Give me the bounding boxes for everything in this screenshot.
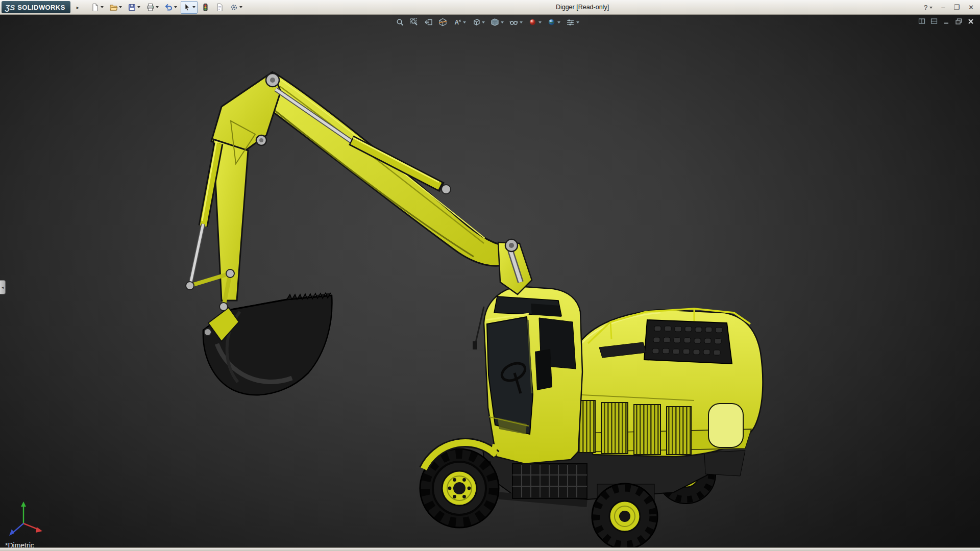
- print-icon: [146, 3, 155, 12]
- window-controls: ? – ❐ ✕: [924, 0, 974, 15]
- options-gear-icon: [230, 3, 238, 12]
- scene-globe-icon: [547, 18, 556, 27]
- mirror-arm: [476, 307, 484, 342]
- file-properties-button[interactable]: [213, 1, 226, 14]
- select-cursor-icon: [183, 3, 191, 12]
- annotation-icon: A: [453, 18, 461, 27]
- appearance-ball-icon: [528, 18, 537, 27]
- view-orientation-button[interactable]: [470, 17, 486, 28]
- triad-z-axis: [12, 523, 23, 533]
- new-document-icon: [91, 3, 100, 12]
- heads-up-view-toolbar: A: [394, 17, 581, 28]
- previous-view-button[interactable]: [423, 17, 434, 28]
- print-button[interactable]: [144, 1, 161, 14]
- undo-button[interactable]: [162, 1, 179, 14]
- graphics-viewport[interactable]: A: [0, 15, 980, 547]
- save-button[interactable]: [126, 1, 142, 14]
- file-properties-icon: [215, 3, 224, 12]
- help-button[interactable]: ?: [924, 0, 933, 15]
- svg-text:A: A: [455, 19, 459, 26]
- expand-panel-arrow-icon: ◂: [2, 285, 4, 290]
- dropdown-caret-icon[interactable]: [501, 21, 504, 23]
- model-digger[interactable]: [0, 15, 980, 547]
- rebuild-button[interactable]: [199, 1, 212, 14]
- new-document-button[interactable]: [89, 1, 106, 14]
- view-settings-button[interactable]: [565, 17, 581, 28]
- cab[interactable]: [473, 286, 582, 464]
- dropdown-caret-icon[interactable]: [119, 6, 122, 8]
- windshield: [487, 317, 533, 434]
- edit-appearance-button[interactable]: [527, 17, 543, 28]
- step-grating: [512, 464, 587, 498]
- engine-housing[interactable]: [569, 309, 763, 457]
- dropdown-caret-icon[interactable]: [520, 21, 523, 23]
- brand-name: SOLIDWORKS: [17, 4, 65, 11]
- section-view-icon: [438, 18, 447, 27]
- dropdown-caret-icon[interactable]: [463, 21, 466, 23]
- dropdown-caret-icon[interactable]: [156, 6, 159, 8]
- zoom-to-area-button[interactable]: [408, 17, 420, 28]
- document-window-controls: [918, 18, 975, 25]
- feature-panel-expand-tab[interactable]: ◂: [0, 280, 6, 294]
- shaded-cube-icon: [491, 18, 499, 27]
- split-view-horizontal-button[interactable]: [930, 18, 938, 25]
- menu-expand-arrow-icon[interactable]: ▸: [77, 5, 79, 10]
- open-folder-icon: [109, 3, 118, 12]
- display-style-button[interactable]: [489, 17, 505, 28]
- view-cube-icon: [472, 18, 480, 27]
- hide-show-items-button[interactable]: [508, 17, 524, 28]
- dropdown-caret-icon[interactable]: [538, 21, 542, 23]
- rebuild-traffic-light-icon: [201, 3, 210, 12]
- restore-document-button[interactable]: [955, 18, 963, 25]
- zoom-to-area-icon: [410, 18, 419, 27]
- dropdown-caret-icon[interactable]: [174, 6, 177, 8]
- main-toolbar: [89, 1, 244, 14]
- zoom-to-fit-icon: [396, 18, 404, 27]
- minimize-button[interactable]: –: [941, 0, 945, 15]
- dropdown-caret-icon[interactable]: [192, 6, 195, 8]
- view-orientation-label: *Dimetric: [5, 541, 34, 547]
- dropdown-caret-icon[interactable]: [137, 6, 140, 8]
- dropdown-caret-icon[interactable]: [576, 21, 579, 23]
- maximize-button[interactable]: ❐: [953, 0, 960, 15]
- close-document-button[interactable]: [967, 18, 975, 25]
- solidworks-logo: ƷS SOLIDWORKS: [2, 1, 70, 13]
- status-bar: [0, 547, 980, 551]
- boom-arm[interactable]: [186, 72, 532, 336]
- open-button[interactable]: [107, 1, 124, 14]
- title-bar: ƷS SOLIDWORKS ▸: [0, 0, 980, 15]
- intake-grille: [644, 320, 732, 364]
- split-view-vertical-button[interactable]: [918, 18, 926, 25]
- minimize-document-button[interactable]: [943, 18, 950, 25]
- dropdown-caret-icon[interactable]: [482, 21, 485, 23]
- dropdown-caret-icon[interactable]: [239, 6, 242, 8]
- document-title: Digger [Read-only]: [556, 4, 609, 11]
- reference-triad: [0, 489, 56, 545]
- previous-view-icon: [424, 18, 433, 27]
- close-button[interactable]: ✕: [968, 0, 974, 15]
- front-right-wheel[interactable]: [592, 484, 657, 547]
- undo-arrow-icon: [164, 3, 173, 12]
- help-icon: ?: [924, 0, 927, 15]
- seat: [535, 349, 552, 390]
- glasses-icon: [509, 18, 518, 27]
- save-floppy-icon: [128, 3, 136, 12]
- view-settings-icon: [566, 18, 575, 27]
- dropdown-caret-icon[interactable]: [557, 21, 560, 23]
- dropdown-caret-icon: [929, 7, 933, 9]
- mirror: [473, 341, 477, 349]
- dropdown-caret-icon[interactable]: [101, 6, 104, 8]
- zoom-to-fit-button[interactable]: [394, 17, 406, 28]
- rear-panel: [708, 404, 743, 447]
- apply-scene-button[interactable]: [546, 17, 562, 28]
- select-button[interactable]: [181, 1, 198, 14]
- 3ds-logo-icon: ƷS: [5, 3, 15, 12]
- dynamic-annotation-views-button[interactable]: A: [451, 17, 468, 28]
- bucket-cylinder: [190, 141, 218, 286]
- options-button[interactable]: [228, 1, 244, 14]
- section-view-button[interactable]: [437, 17, 449, 28]
